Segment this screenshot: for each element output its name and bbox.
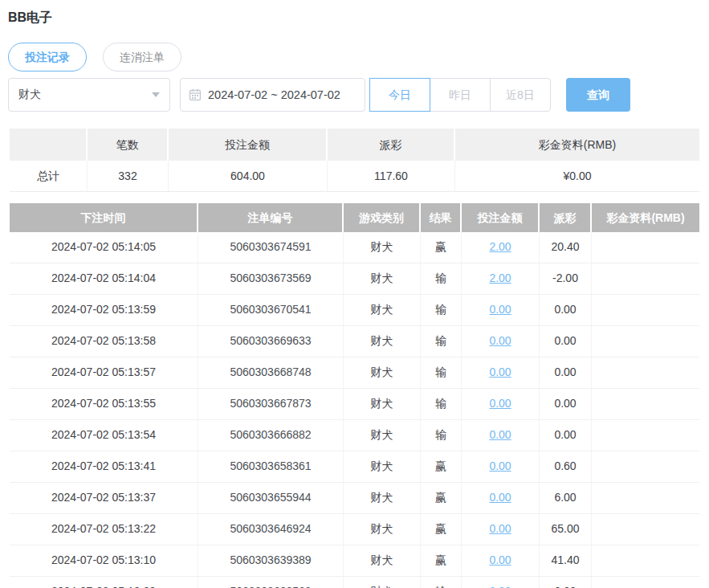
bet-amount-link[interactable]: 0.00	[489, 428, 511, 441]
game-type-cell: 财犬	[344, 263, 421, 294]
bet-time-cell: 2024-07-02 05:13:09	[10, 577, 198, 588]
summary-total-payout: 117.60	[328, 161, 455, 191]
bet-amount-link[interactable]: 0.00	[489, 522, 511, 535]
order-id-cell: 5060303639389	[198, 545, 344, 576]
bonus-cell	[592, 326, 699, 357]
payout-cell: 65.00	[540, 514, 592, 545]
game-type-cell: 财犬	[344, 483, 421, 513]
bonus-cell	[592, 514, 699, 545]
order-id-cell: 5060303674591	[198, 232, 344, 263]
bets-header-game: 游戏类别	[344, 203, 421, 232]
result-cell: 赢	[421, 451, 462, 482]
bet-amount-cell: 0.00	[462, 483, 540, 513]
bet-amount-link[interactable]: 0.00	[489, 585, 511, 588]
result-cell: 输	[421, 295, 462, 325]
search-button[interactable]: 查询	[566, 78, 630, 112]
result-cell: 输	[421, 420, 462, 451]
bet-amount-cell: 0.00	[462, 451, 540, 482]
order-id-cell: 5060303669633	[198, 326, 344, 357]
result-cell: 输	[421, 577, 462, 588]
table-row: 2024-07-02 05:13:58 5060303669633 财犬 输 0…	[10, 326, 699, 357]
bet-amount-link[interactable]: 2.00	[489, 240, 511, 253]
chevron-down-icon	[152, 92, 160, 97]
tab[interactable]: 连消注单	[103, 43, 181, 71]
order-id-cell: 5060303666882	[198, 420, 344, 451]
game-type-cell: 财犬	[344, 420, 421, 451]
result-cell: 赢	[421, 545, 462, 576]
bet-amount-cell: 0.00	[462, 295, 540, 325]
game-type-cell: 财犬	[344, 451, 421, 482]
page: BB电子 投注记录 连消注单 财犬	[0, 0, 709, 588]
tab-label: 投注记录	[25, 51, 70, 63]
tab[interactable]: 投注记录	[8, 43, 87, 71]
bet-time-cell: 2024-07-02 05:14:04	[10, 263, 198, 294]
bets-header-time: 下注时间	[10, 203, 198, 232]
bet-amount-link[interactable]: 0.00	[489, 491, 511, 504]
bet-amount-cell: 2.00	[462, 263, 540, 294]
quick-date-label: 今日	[389, 88, 411, 101]
quick-date-button[interactable]: 昨日	[430, 78, 491, 112]
bets-header-payout: 派彩	[540, 203, 592, 232]
tab-label: 连消注单	[120, 51, 165, 63]
quick-date-button[interactable]: 今日	[369, 78, 430, 112]
bonus-cell	[592, 232, 699, 263]
payout-cell: 41.40	[540, 545, 592, 576]
bet-time-cell: 2024-07-02 05:13:10	[10, 545, 198, 576]
date-range-input[interactable]: 2024-07-02 ~ 2024-07-02	[180, 78, 365, 112]
summary-total-count: 332	[88, 161, 169, 191]
payout-cell: 6.00	[540, 483, 592, 513]
game-type-cell: 财犬	[344, 295, 421, 325]
payout-cell: 0.00	[540, 295, 592, 325]
bet-amount-link[interactable]: 0.00	[489, 397, 511, 410]
quick-date-label: 近8日	[506, 88, 535, 101]
bet-time-cell: 2024-07-02 05:13:59	[10, 295, 198, 325]
quick-date-button[interactable]: 近8日	[490, 78, 551, 112]
summary-total-bonus: ¥0.00	[455, 161, 699, 191]
order-id-cell: 5060303668748	[198, 357, 344, 388]
game-type-cell: 财犬	[344, 389, 421, 419]
bet-time-cell: 2024-07-02 05:13:41	[10, 451, 198, 482]
game-type-cell: 财犬	[344, 577, 421, 588]
bet-time-cell: 2024-07-02 05:13:55	[10, 389, 198, 419]
bet-amount-link[interactable]: 0.00	[489, 459, 511, 472]
order-id-cell: 5060303658361	[198, 451, 344, 482]
bet-amount-cell: 0.00	[462, 545, 540, 576]
payout-cell: 0.00	[540, 389, 592, 419]
bet-amount-cell: 2.00	[462, 232, 540, 263]
table-row: 2024-07-02 05:14:04 5060303673569 财犬 输 2…	[10, 263, 699, 295]
table-row: 2024-07-02 05:13:41 5060303658361 财犬 赢 0…	[10, 451, 699, 483]
bet-amount-cell: 0.00	[462, 514, 540, 545]
game-select[interactable]: 财犬	[8, 78, 170, 112]
result-cell: 赢	[421, 514, 462, 545]
table-row: 2024-07-02 05:13:37 5060303655944 财犬 赢 0…	[10, 483, 699, 514]
payout-cell: 0.00	[540, 326, 592, 357]
summary-header-blank	[10, 129, 88, 161]
game-type-cell: 财犬	[344, 545, 421, 576]
summary-total-label: 总计	[10, 161, 88, 191]
table-row: 2024-07-02 05:13:22 5060303646924 财犬 赢 0…	[10, 514, 699, 545]
bet-amount-cell: 0.00	[462, 577, 540, 588]
bet-amount-link[interactable]: 0.00	[489, 334, 511, 347]
page-title: BB电子	[8, 10, 52, 27]
result-cell: 输	[421, 389, 462, 419]
result-cell: 赢	[421, 232, 462, 263]
bonus-cell	[592, 483, 699, 513]
bet-amount-link[interactable]: 0.00	[489, 365, 511, 378]
order-id-cell: 5060303655944	[198, 483, 344, 513]
table-row: 2024-07-02 05:13:57 5060303668748 财犬 输 0…	[10, 357, 699, 389]
bet-amount-link[interactable]: 0.00	[489, 303, 511, 316]
bet-amount-link[interactable]: 2.00	[489, 272, 511, 284]
game-type-cell: 财犬	[344, 232, 421, 263]
tab-bar: 投注记录 连消注单	[8, 43, 181, 71]
payout-cell: 0.00	[540, 420, 592, 451]
filter-bar: 财犬 2024-07-02 ~ 2024-07-02	[8, 78, 630, 112]
table-row: 2024-07-02 05:13:10 5060303639389 财犬 赢 0…	[10, 545, 699, 577]
bets-header-bet: 投注金额	[462, 203, 540, 232]
bet-time-cell: 2024-07-02 05:13:54	[10, 420, 198, 451]
bet-time-cell: 2024-07-02 05:14:05	[10, 232, 198, 263]
game-select-value: 财犬	[18, 88, 152, 102]
result-cell: 输	[421, 263, 462, 294]
bet-amount-link[interactable]: 0.00	[489, 553, 511, 566]
summary-total-bet-amount: 604.00	[169, 161, 328, 191]
bonus-cell	[592, 357, 699, 388]
